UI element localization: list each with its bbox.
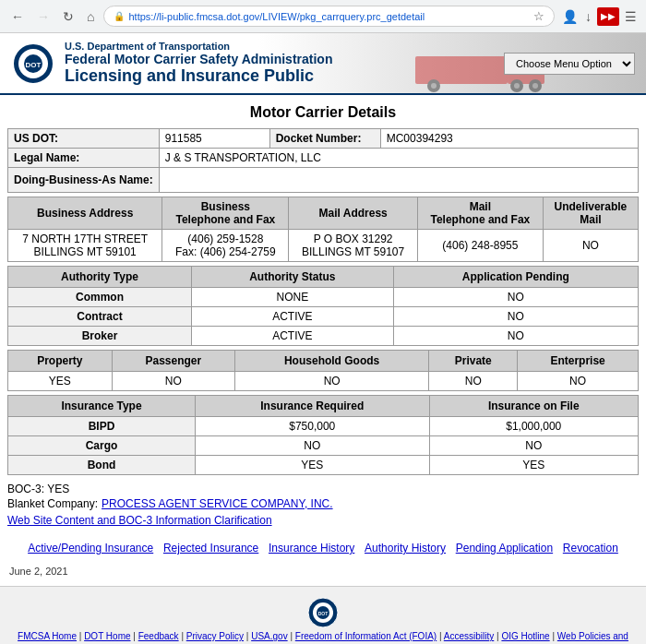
ins-required-header: Insurance Required (196, 396, 429, 417)
ins-required-cargo: NO (196, 436, 429, 456)
mail-address: P O BOX 31292BILLINGS MT 59107 (289, 230, 418, 262)
nav-rejected-insurance[interactable]: Rejected Insurance (163, 542, 258, 555)
svg-point-12 (532, 83, 538, 89)
boc-info-link[interactable]: Web Site Content and BOC-3 Information C… (7, 514, 639, 527)
header-menu[interactable]: Choose Menu Option (504, 53, 635, 75)
boc3-line: BOC-3: YES (7, 483, 639, 495)
menu-icon[interactable]: ☰ (623, 7, 639, 26)
sep1 (155, 534, 162, 558)
nav-authority-history[interactable]: Authority History (365, 542, 446, 555)
oig-hotline-link[interactable]: OIG Hotline (501, 631, 549, 641)
sep3 (356, 534, 363, 558)
prop-header-household: Household Goods (234, 351, 428, 372)
auth-status-contract: ACTIVE (192, 307, 394, 327)
addr-header-undeliverable: UndeliverableMail (543, 197, 638, 230)
sep4 (448, 534, 454, 558)
auth-pending-contract: NO (393, 307, 638, 327)
page-content: Motor Carrier Details US DOT: 911585 Doc… (0, 95, 646, 586)
browser-toolbar: ← → ↻ ⌂ 🔒 https://li-public.fmcsa.dot.go… (0, 0, 646, 32)
usa-gov-link[interactable]: USA.gov (251, 631, 287, 641)
auth-pending-common: NO (393, 288, 638, 307)
menu-select[interactable]: Choose Menu Option (504, 53, 635, 75)
prop-header-passenger: Passenger (112, 351, 234, 372)
authority-row-contract: Contract ACTIVE NO (8, 307, 639, 327)
extensions-icon[interactable]: ▶▶ (597, 7, 619, 26)
dba-value (159, 168, 638, 193)
dba-label: Doing-Business-As Name: (8, 168, 160, 193)
business-phone: (406) 259-1528Fax: (406) 254-2759 (162, 230, 289, 262)
authority-table: Authority Type Authority Status Applicat… (7, 266, 639, 346)
auth-type-header: Authority Type (8, 267, 192, 288)
usdot-value: 911585 (159, 129, 269, 149)
home-button[interactable]: ⌂ (83, 7, 98, 26)
auth-type-broker: Broker (8, 327, 192, 346)
prop-value-household: NO (234, 372, 428, 391)
blanket-line: Blanket Company: PROCESS AGENT SERVICE C… (7, 497, 639, 510)
bookmark-icon[interactable]: ☆ (533, 9, 544, 23)
footer-dot-logo: DOT (306, 596, 340, 629)
nav-pending-application[interactable]: Pending Application (456, 542, 553, 555)
ins-row-cargo: Cargo NO NO (8, 436, 639, 456)
prop-header-property: Property (8, 351, 113, 372)
footer-links: FMCSA Home | DOT Home | Feedback | Priva… (9, 629, 637, 644)
auth-status-broker: ACTIVE (192, 327, 394, 346)
nav-links: Active/Pending Insurance Rejected Insura… (7, 534, 639, 558)
nav-insurance-history[interactable]: Insurance History (269, 542, 354, 555)
svg-text:DOT: DOT (26, 61, 42, 69)
site-header: DOT U.S. Department of Transportation Fe… (0, 33, 646, 95)
prop-header-enterprise: Enterprise (518, 351, 639, 372)
ins-on-file-bipd: $1,000,000 (429, 417, 639, 436)
blanket-label: Blanket Company: (7, 497, 98, 510)
legal-name-value: J & S TRANSPORTATION, LLC (159, 149, 638, 168)
dot-home-link[interactable]: DOT Home (84, 631, 130, 641)
authority-row-broker: Broker ACTIVE NO (8, 327, 639, 346)
svg-text:DOT: DOT (318, 611, 329, 616)
auth-type-common: Common (8, 288, 192, 307)
auth-status-header: Authority Status (192, 267, 394, 288)
privacy-policy-link[interactable]: Privacy Policy (186, 631, 244, 641)
prop-value-property: YES (8, 372, 113, 391)
foia-link[interactable]: Freedom of Information Act (FOIA) (295, 631, 437, 641)
agency-info: U.S. Department of Transportation Federa… (65, 41, 332, 86)
nav-revocation[interactable]: Revocation (563, 542, 618, 555)
ins-on-file-header: Insurance on File (429, 396, 639, 417)
svg-point-8 (431, 83, 437, 89)
undeliverable-mail: NO (543, 230, 638, 262)
ins-type-bond: Bond (8, 456, 196, 475)
addr-header-bus-phone: BusinessTelephone and Fax (162, 197, 289, 230)
page-title: Motor Carrier Details (7, 95, 639, 128)
back-button[interactable]: ← (7, 7, 28, 26)
agency-name: Federal Motor Carrier Safety Administrat… (65, 52, 332, 66)
account-icon[interactable]: 👤 (560, 7, 580, 26)
property-row: YES NO NO NO NO (8, 372, 639, 391)
accessibility-link[interactable]: Accessibility (444, 631, 494, 641)
nav-active-pending-insurance[interactable]: Active/Pending Insurance (28, 542, 153, 555)
site-footer: DOT FMCSA Home | DOT Home | Feedback | P… (0, 586, 646, 644)
blanket-company-link[interactable]: PROCESS AGENT SERVICE COMPANY, INC. (102, 497, 333, 510)
header-left: DOT U.S. Department of Transportation Fe… (11, 41, 332, 86)
fmcsa-home-link[interactable]: FMCSA Home (18, 631, 77, 641)
address-table: Business Address BusinessTelephone and F… (7, 197, 639, 262)
forward-button[interactable]: → (33, 7, 54, 26)
reload-button[interactable]: ↻ (59, 7, 78, 26)
legal-name-label: Legal Name: (8, 149, 160, 168)
ins-required-bond: YES (196, 456, 429, 475)
auth-type-contract: Contract (8, 307, 192, 327)
ins-on-file-bond: YES (429, 456, 639, 475)
addr-header-mail: Mail Address (289, 197, 418, 230)
svg-point-10 (514, 83, 520, 89)
address-bar[interactable]: 🔒 https://li-public.fmcsa.dot.gov/LIVIEW… (103, 6, 555, 27)
prop-header-private: Private (429, 351, 518, 372)
addr-header-business: Business Address (8, 197, 162, 230)
prop-value-passenger: NO (112, 372, 234, 391)
insurance-table: Insurance Type Insurance Required Insura… (7, 395, 639, 475)
feedback-link[interactable]: Feedback (138, 631, 179, 641)
agency-title: Licensing and Insurance Public (65, 66, 332, 86)
ins-type-header: Insurance Type (8, 396, 196, 417)
download-icon[interactable]: ↓ (583, 7, 593, 26)
auth-pending-header: Application Pending (393, 267, 638, 288)
prop-value-enterprise: NO (518, 372, 639, 391)
mail-phone: (406) 248-8955 (417, 230, 543, 262)
url-text: https://li-public.fmcsa.dot.gov/LIVIEW/p… (128, 11, 530, 22)
docket-label: Docket Number: (269, 129, 380, 149)
